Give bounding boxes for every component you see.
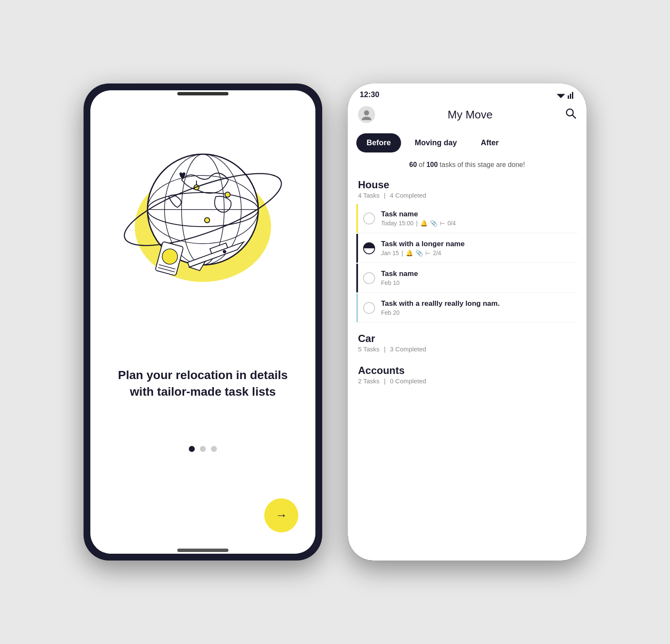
subtask-icon: ⊢ — [440, 220, 445, 227]
task-item[interactable]: Task with a reallly really long nam. Feb… — [356, 293, 578, 322]
tab-after[interactable]: After — [471, 133, 509, 152]
task-meta-4: Feb 20 — [381, 309, 573, 316]
status-icons — [557, 91, 575, 99]
section-house: House 4 Tasks | 4 Completed — [356, 175, 578, 201]
section-car: Car 5 Tasks | 3 Completed — [356, 329, 578, 354]
scroll-content[interactable]: House 4 Tasks | 4 Completed Task name — [348, 175, 586, 561]
avatar-icon[interactable] — [358, 106, 375, 123]
house-meta: 4 Tasks | 4 Completed — [358, 192, 576, 199]
svg-point-21 — [566, 109, 573, 116]
task-name-3: Task name — [381, 270, 573, 278]
task-meta-2: Jan 15 | 🔔 📎 ⊢ 2/4 — [381, 250, 573, 256]
task-item[interactable]: Task with a longer name Jan 15 | 🔔 📎 ⊢ 2… — [356, 234, 578, 263]
svg-rect-19 — [572, 92, 573, 99]
task-meta-1: Today 15:00 | 🔔 📎 ⊢ 0/4 — [381, 220, 573, 227]
globe-illustration — [122, 129, 284, 308]
left-phone: Plan your relocation in details with tai… — [84, 83, 322, 561]
task-info-3: Task name Feb 10 — [381, 270, 573, 286]
progress-text: 60 of 100 tasks of this stage are done! — [348, 159, 586, 175]
task-item[interactable]: Task name Today 15:00 | 🔔 📎 ⊢ 0/4 — [356, 204, 578, 233]
task-info-4: Task with a reallly really long nam. Feb… — [381, 299, 573, 316]
svg-point-8 — [225, 192, 230, 197]
right-phone: 12:30 — [348, 83, 586, 561]
bell-icon: 🔔 — [420, 220, 427, 227]
svg-marker-16 — [557, 94, 565, 98]
attach-icon: 📎 — [416, 250, 423, 256]
dot-1 — [189, 446, 195, 452]
top-bar: My Move — [348, 103, 586, 130]
onboarding-dots — [189, 446, 217, 452]
tab-bar: Before Moving day After — [348, 130, 586, 159]
search-icon[interactable] — [565, 108, 576, 121]
car-title: Car — [358, 333, 576, 345]
house-task-list: Task name Today 15:00 | 🔔 📎 ⊢ 0/4 — [356, 204, 578, 322]
task-checkbox-2[interactable] — [363, 242, 375, 254]
tagline-text: Plan your relocation in details with tai… — [107, 367, 298, 400]
accounts-meta: 2 Tasks | 0 Completed — [358, 377, 576, 385]
task-checkbox-1[interactable] — [363, 213, 375, 224]
task-meta-3: Feb 10 — [381, 279, 573, 286]
task-name-4: Task with a reallly really long nam. — [381, 299, 573, 308]
svg-point-9 — [205, 218, 210, 223]
right-phone-screen: 12:30 — [348, 83, 586, 561]
next-button[interactable]: → — [264, 498, 298, 532]
bottom-bar — [177, 549, 228, 552]
task-info-1: Task name Today 15:00 | 🔔 📎 ⊢ 0/4 — [381, 210, 573, 227]
task-item[interactable]: Task name Feb 10 — [356, 264, 578, 293]
status-bar: 12:30 — [348, 83, 586, 103]
signal-icon — [568, 91, 575, 99]
task-name-1: Task name — [381, 210, 573, 218]
dot-2 — [200, 446, 206, 452]
svg-rect-17 — [568, 95, 569, 99]
section-accounts: Accounts 2 Tasks | 0 Completed — [356, 361, 578, 386]
user-svg — [361, 109, 372, 120]
tab-before[interactable]: Before — [356, 133, 401, 152]
illustration-area — [122, 116, 284, 320]
accounts-title: Accounts — [358, 365, 576, 377]
task-name-2: Task with a longer name — [381, 240, 573, 248]
car-meta: 5 Tasks | 3 Completed — [358, 345, 576, 353]
app-container: Plan your relocation in details with tai… — [0, 0, 670, 644]
left-phone-screen: Plan your relocation in details with tai… — [90, 90, 315, 554]
svg-line-22 — [572, 115, 576, 118]
task-checkbox-4[interactable] — [363, 302, 375, 314]
status-time: 12:30 — [360, 90, 379, 99]
subtask-icon: ⊢ — [425, 250, 430, 256]
bell-icon: 🔔 — [406, 250, 413, 256]
house-title: House — [358, 179, 576, 191]
svg-rect-18 — [570, 94, 571, 99]
wifi-icon — [557, 92, 565, 98]
tab-moving-day[interactable]: Moving day — [404, 133, 467, 152]
dot-3 — [211, 446, 217, 452]
task-info-2: Task with a longer name Jan 15 | 🔔 📎 ⊢ 2… — [381, 240, 573, 256]
svg-point-20 — [364, 110, 369, 115]
app-title: My Move — [448, 108, 492, 121]
attach-icon: 📎 — [430, 220, 437, 227]
task-checkbox-3[interactable] — [363, 272, 375, 284]
phone-notch — [177, 92, 228, 95]
